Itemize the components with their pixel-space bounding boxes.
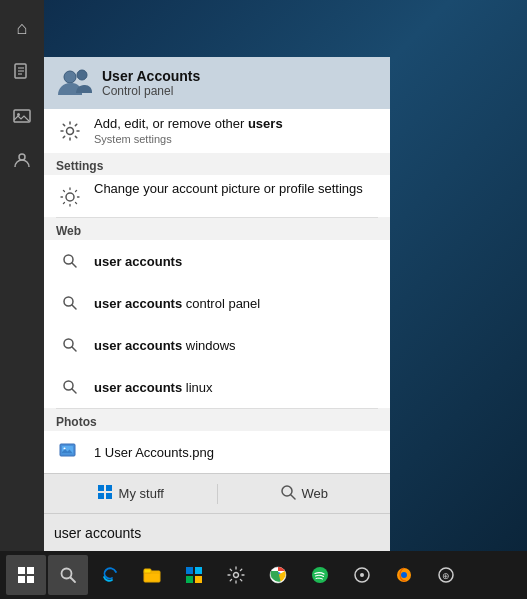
svg-point-7 <box>64 71 76 83</box>
web-tab-label: Web <box>302 486 329 501</box>
top-result-subtitle: Control panel <box>102 84 200 98</box>
svg-rect-25 <box>106 493 112 499</box>
add-edit-users-label: Add, edit, or remove other users System … <box>94 116 283 146</box>
sidebar-photos-icon[interactable] <box>2 96 42 136</box>
search-input-bar: user accounts <box>44 513 390 551</box>
taskbar-file-explorer-button[interactable] <box>132 555 172 595</box>
svg-point-40 <box>234 573 239 578</box>
search-bottom-bar: My stuff Web <box>44 473 390 513</box>
user-accounts-icon <box>56 65 92 101</box>
svg-point-10 <box>66 193 74 201</box>
svg-line-14 <box>72 305 76 309</box>
taskbar-extra-button[interactable]: ⊕ <box>426 555 466 595</box>
top-result-text: User Accounts Control panel <box>102 68 200 98</box>
sidebar-people-icon[interactable] <box>2 140 42 180</box>
taskbar-edge-button[interactable] <box>90 555 130 595</box>
svg-line-33 <box>71 578 76 583</box>
my-stuff-label: My stuff <box>119 486 164 501</box>
taskbar: ⊕ <box>0 551 527 599</box>
change-account-picture-text: Change your account picture or profile s… <box>94 181 363 196</box>
svg-point-45 <box>360 573 364 577</box>
search-panel: User Accounts Control panel Add, edit, o… <box>44 57 390 551</box>
svg-point-5 <box>17 113 20 116</box>
svg-rect-29 <box>27 567 34 574</box>
web-user-accounts-item[interactable]: user accounts <box>44 240 390 282</box>
web-section-header: Web <box>44 218 390 240</box>
taskbar-firefox-button[interactable] <box>384 555 424 595</box>
start-menu-sidebar: ⌂ <box>0 0 44 551</box>
gear-icon <box>56 117 84 145</box>
svg-point-6 <box>19 154 25 160</box>
search-input[interactable]: user accounts <box>54 525 380 541</box>
svg-line-16 <box>72 347 76 351</box>
settings-section-header: Settings <box>44 153 390 175</box>
web-user-accounts-control-panel-label: user accounts control panel <box>94 296 260 311</box>
taskbar-media-button[interactable] <box>342 555 382 595</box>
web-search-icon <box>280 484 296 503</box>
svg-rect-38 <box>186 576 193 583</box>
taskbar-settings-button[interactable] <box>216 555 256 595</box>
web-user-accounts-control-panel-item[interactable]: user accounts control panel <box>44 282 390 324</box>
svg-line-27 <box>291 495 295 499</box>
svg-rect-24 <box>98 493 104 499</box>
web-tab[interactable]: Web <box>218 474 391 513</box>
web-user-accounts-linux-label: user accounts linux <box>94 380 213 395</box>
taskbar-store-button[interactable] <box>174 555 214 595</box>
svg-rect-31 <box>27 576 34 583</box>
taskbar-chrome-button[interactable] <box>258 555 298 595</box>
svg-rect-36 <box>186 567 193 574</box>
account-settings-icon <box>56 183 84 211</box>
web-user-accounts-windows-label: user accounts windows <box>94 338 236 353</box>
svg-rect-23 <box>106 485 112 491</box>
search-icon-4 <box>56 373 84 401</box>
photos-section-header: Photos <box>44 409 390 431</box>
photo-file-icon <box>56 438 84 466</box>
sidebar-home-icon[interactable]: ⌂ <box>2 8 42 48</box>
svg-rect-35 <box>144 569 151 573</box>
svg-rect-39 <box>195 576 202 583</box>
web-user-accounts-linux-item[interactable]: user accounts linux <box>44 366 390 408</box>
search-icon-3 <box>56 331 84 359</box>
svg-rect-22 <box>98 485 104 491</box>
svg-line-18 <box>72 389 76 393</box>
photo-user-accounts-label: 1 User Accounts.png <box>94 445 214 460</box>
start-button[interactable] <box>6 555 46 595</box>
my-stuff-tab[interactable]: My stuff <box>44 474 217 513</box>
svg-point-8 <box>77 70 87 80</box>
top-result-user-accounts[interactable]: User Accounts Control panel <box>44 57 390 109</box>
search-icon-2 <box>56 289 84 317</box>
change-account-picture-item[interactable]: Change your account picture or profile s… <box>44 175 390 217</box>
svg-rect-30 <box>18 576 25 583</box>
svg-rect-28 <box>18 567 25 574</box>
svg-point-9 <box>67 128 74 135</box>
top-result-title: User Accounts <box>102 68 200 84</box>
taskbar-search-button[interactable] <box>48 555 88 595</box>
svg-line-12 <box>72 263 76 267</box>
web-user-accounts-windows-item[interactable]: user accounts windows <box>44 324 390 366</box>
svg-text:⊕: ⊕ <box>442 571 450 581</box>
add-edit-users-item[interactable]: Add, edit, or remove other users System … <box>44 109 390 153</box>
photo-user-accounts-item[interactable]: 1 User Accounts.png <box>44 431 390 473</box>
svg-rect-37 <box>195 567 202 574</box>
web-user-accounts-label: user accounts <box>94 254 182 269</box>
svg-point-47 <box>401 572 407 578</box>
search-icon-1 <box>56 247 84 275</box>
my-stuff-icon <box>97 484 113 503</box>
change-account-main: Change your account picture or profile s… <box>94 181 363 196</box>
sidebar-documents-icon[interactable] <box>2 52 42 92</box>
taskbar-spotify-button[interactable] <box>300 555 340 595</box>
